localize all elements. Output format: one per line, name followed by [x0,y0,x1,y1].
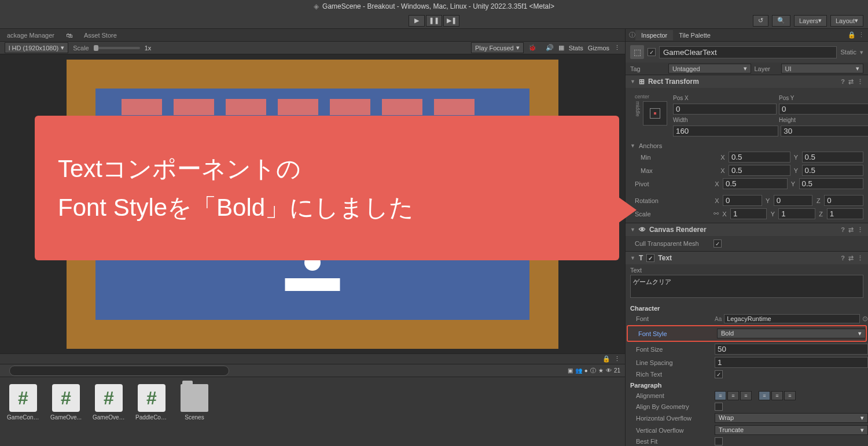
canvas-renderer-header[interactable]: ▼ 👁 Canvas Renderer ?⇄⋮ [626,223,868,236]
align-left[interactable]: ≡ [715,391,726,400]
layout-dropdown[interactable]: Layout ▾ [830,15,863,27]
text-value-input[interactable] [630,275,863,298]
asset-script[interactable]: #GameOver... [93,384,125,421]
label-icon[interactable]: ● [584,367,588,374]
brick [382,99,422,115]
project-search-input[interactable] [9,366,229,376]
align-top[interactable]: ≡ [759,391,770,400]
menu-icon[interactable]: ⋮ [858,31,865,39]
menu-icon[interactable]: ⋮ [857,78,863,86]
play-controls-bar: ▶ ❚❚ ▶❚ ↺ 🔍 Layers ▾ Layout ▾ [0,13,868,29]
help-icon[interactable]: ? [841,78,845,86]
project-panel: 🔒 ⋮ ▣ 👥 ● ⓘ ★ 👁 21 #GameCont... #GameOve… [0,353,625,446]
menu-icon[interactable]: ⋮ [857,255,863,262]
pause-button[interactable]: ❚❚ [426,15,442,27]
tab-inspector[interactable]: Inspector [635,30,673,40]
lock-icon[interactable]: 🔒 [602,355,610,363]
rot-y[interactable] [774,195,813,206]
cull-checkbox[interactable] [713,239,722,248]
hidden-icon[interactable]: 👁 [606,367,612,374]
resolution-dropdown[interactable]: l HD (1920x1080) ▾ [5,42,68,53]
align-geom-checkbox[interactable] [715,403,723,411]
v-overflow-dropdown[interactable]: Truncate▾ [715,425,868,435]
font-size-input[interactable] [715,344,868,355]
tab-asset-store[interactable]: Asset Store [79,30,122,40]
text-enabled-checkbox[interactable] [646,254,654,262]
scale-x[interactable] [730,208,767,219]
height-input[interactable] [781,126,868,137]
menu-icon[interactable]: ⋮ [857,226,863,234]
line-spacing-input[interactable] [715,357,868,368]
align-bottom[interactable]: ≡ [784,391,796,400]
font-style-dropdown[interactable]: Bold▾ [717,329,866,338]
anchor-v-label: middle [635,101,641,117]
help-icon[interactable]: ? [841,255,845,262]
h-overflow-dropdown[interactable]: Wrap▾ [715,413,868,423]
preset-icon[interactable]: ⇄ [848,78,854,86]
favorite-icon[interactable]: 👥 [575,367,582,374]
stats-toggle[interactable]: Stats [569,45,583,51]
pivot-x[interactable] [723,178,788,189]
rot-x[interactable] [723,195,762,206]
brick [330,99,370,115]
scale-y[interactable] [778,208,815,219]
tag-dropdown[interactable]: Untagged▾ [668,64,751,73]
constrain-icon[interactable]: ⚯ [713,210,719,218]
anchor-max-x[interactable] [729,165,790,176]
font-picker-icon[interactable]: ⊙ [862,315,868,323]
rot-z[interactable] [824,195,863,206]
anchor-min-y[interactable] [802,152,864,163]
rich-text-checkbox[interactable] [715,370,723,378]
best-fit-checkbox[interactable] [715,437,723,445]
brick [434,99,475,115]
object-name-input[interactable] [659,46,837,58]
annotation-callout: Textコンポーネントの Font Styleを「Bold」にしました [35,116,619,260]
align-center[interactable]: ≡ [727,391,739,400]
pivot-y[interactable] [799,178,864,189]
callout-line2: Font Styleを「Bold」にしました [58,188,596,227]
layers-dropdown[interactable]: Layers ▾ [794,15,827,27]
asset-script[interactable]: #GameCont... [7,384,39,421]
posx-input[interactable] [673,104,777,115]
play-focused-dropdown[interactable]: Play Focused ▾ [471,42,524,53]
mute-icon[interactable]: 🔊 [546,44,554,51]
posy-input[interactable] [779,104,868,115]
align-right[interactable]: ≡ [740,391,752,400]
scale-z[interactable] [827,208,863,219]
width-input[interactable] [673,126,778,137]
lock-icon[interactable]: 🔒 [848,31,856,39]
step-button[interactable]: ▶❚ [443,15,459,27]
static-dropdown-icon[interactable]: ▾ [860,49,863,56]
filter-icon[interactable]: ▣ [568,367,573,374]
bug-icon[interactable]: 🐞 [528,44,536,51]
star-icon[interactable]: ★ [598,367,604,374]
anchor-max-y[interactable] [802,165,864,176]
menu-icon[interactable]: ⋮ [614,44,620,51]
asset-script[interactable]: #GameOve... [50,384,82,421]
tab-tile-palette[interactable]: Tile Palette [673,30,716,40]
rect-transform-header[interactable]: ▼ ⊞ Rect Transform ?⇄⋮ [626,75,868,88]
search-icon[interactable]: 🔍 [772,15,790,27]
asset-folder[interactable]: Scenes [178,384,211,421]
active-checkbox[interactable] [648,48,656,56]
text-component-header[interactable]: ▼ T Text ?⇄⋮ [626,252,868,264]
gizmos-toggle[interactable]: Gizmos [588,45,609,51]
anchor-preset-button[interactable] [643,101,667,126]
undo-history-icon[interactable]: ↺ [753,15,768,27]
vsync-icon[interactable]: ▦ [558,44,564,51]
help-icon[interactable]: ? [841,226,845,234]
asset-script[interactable]: #PaddleCon... [135,384,168,421]
layer-dropdown[interactable]: UI▾ [781,64,864,73]
font-field[interactable]: LegacyRuntime [724,314,860,323]
preset-icon[interactable]: ⇄ [848,226,854,234]
menu-icon[interactable]: ⋮ [614,355,620,363]
gameobject-icon[interactable]: ⬚ [630,45,644,59]
scale-slider[interactable] [94,47,140,49]
align-middle[interactable]: ≡ [771,391,783,400]
tab-package-manager[interactable]: ackage Manager [2,30,59,40]
play-button[interactable]: ▶ [409,15,425,27]
scale-label: Scale [73,45,89,51]
info-icon[interactable]: ⓘ [590,367,596,375]
preset-icon[interactable]: ⇄ [848,255,854,262]
anchor-min-x[interactable] [729,152,790,163]
